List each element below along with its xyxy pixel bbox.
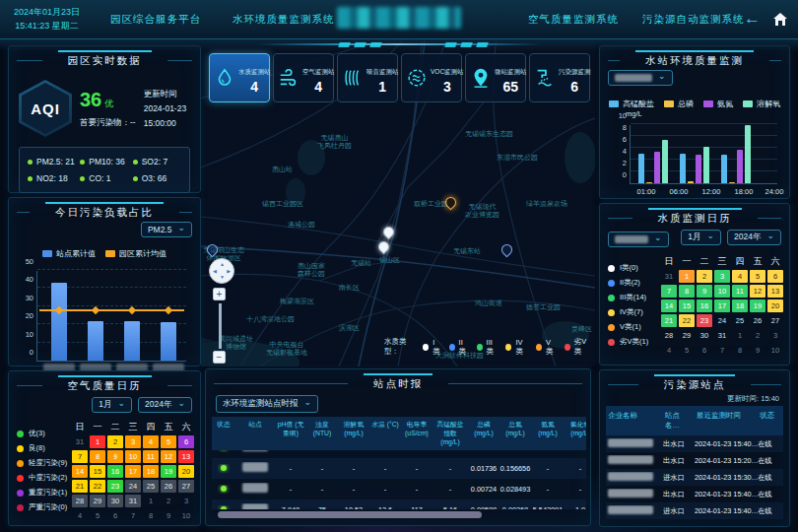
month-select[interactable]: 1月 (92, 397, 132, 413)
calendar-day[interactable]: 27 (767, 314, 783, 327)
calendar-day[interactable]: 8 (679, 285, 695, 298)
calendar-day[interactable]: 16 (107, 465, 123, 478)
calendar-day[interactable]: 20 (178, 465, 194, 478)
calendar-day[interactable]: 24 (125, 480, 141, 493)
calendar-day[interactable]: 5 (750, 270, 765, 283)
bar[interactable] (737, 150, 743, 183)
calendar-day[interactable]: 7 (661, 285, 677, 298)
zoom-out-button[interactable]: − (213, 351, 226, 364)
calendar-day[interactable]: 3 (714, 270, 730, 283)
calendar-day[interactable]: 22 (679, 314, 695, 327)
calendar-day[interactable]: 9 (697, 285, 712, 298)
calendar-day[interactable]: 31 (661, 270, 677, 283)
calendar-day[interactable]: 9 (161, 509, 176, 522)
calendar-day[interactable]: 14 (72, 465, 88, 478)
calendar-day[interactable]: 21 (72, 480, 88, 493)
bar[interactable] (745, 125, 751, 183)
year-select[interactable]: 2024年 (727, 230, 781, 245)
calendar-day[interactable]: 7 (72, 450, 88, 463)
calendar-day[interactable]: 2 (161, 495, 176, 507)
bar[interactable] (654, 152, 660, 183)
calendar-day[interactable]: 5 (679, 344, 695, 357)
calendar-day[interactable]: 5 (161, 435, 176, 448)
calendar-day[interactable]: 17 (125, 465, 141, 478)
calendar-day[interactable]: 20 (767, 299, 783, 312)
back-icon[interactable]: ← (744, 8, 761, 30)
calendar-day[interactable]: 16 (697, 299, 712, 312)
calendar-day[interactable]: 28 (72, 495, 88, 507)
calendar-day[interactable]: 28 (661, 329, 677, 342)
nav-item-water-system[interactable]: 水环境质量监测系统 (233, 13, 335, 27)
calendar-day[interactable]: 3 (125, 435, 141, 448)
bar[interactable] (161, 322, 176, 361)
calendar-day[interactable]: 6 (107, 509, 123, 522)
calendar-day[interactable]: 23 (697, 314, 712, 327)
calendar-day[interactable]: 6 (697, 344, 712, 357)
calendar-day[interactable]: 10 (714, 285, 730, 298)
station-filter-button[interactable]: 空气监测站4 (273, 53, 334, 102)
calendar-day[interactable]: 2 (107, 435, 123, 448)
calendar-day[interactable]: 4 (732, 270, 748, 283)
calendar-day[interactable]: 2 (697, 270, 712, 283)
zoom-in-button[interactable]: + (213, 288, 226, 300)
calendar-day[interactable]: 10 (125, 450, 141, 463)
calendar-day[interactable]: 18 (732, 299, 748, 312)
horizontal-scrollbar[interactable] (218, 511, 482, 518)
nav-item-pollution-system[interactable]: 污染源自动监测系统 (642, 13, 745, 27)
calendar-day[interactable]: 19 (750, 299, 765, 312)
calendar-day[interactable]: 22 (90, 480, 105, 493)
calendar-day[interactable]: 23 (107, 480, 123, 493)
calendar-day[interactable]: 17 (714, 299, 730, 312)
home-icon[interactable] (772, 12, 788, 27)
year-select[interactable]: 2024年 (138, 397, 192, 413)
bar[interactable] (703, 147, 709, 183)
calendar-day[interactable]: 1 (143, 495, 159, 507)
calendar-day[interactable]: 19 (161, 465, 176, 478)
bar[interactable] (51, 283, 67, 361)
station-select[interactable] (608, 232, 669, 247)
bar[interactable] (688, 181, 694, 183)
calendar-day[interactable]: 10 (178, 509, 194, 522)
calendar-day[interactable]: 5 (90, 509, 105, 522)
station-filter-button[interactable]: 污染源监测6 (529, 53, 590, 102)
bar[interactable] (124, 321, 140, 361)
calendar-day[interactable]: 1 (90, 435, 105, 448)
calendar-day[interactable]: 29 (679, 329, 695, 342)
calendar-day[interactable]: 30 (697, 329, 712, 342)
calendar-day[interactable]: 6 (767, 270, 783, 283)
calendar-day[interactable]: 27 (178, 480, 194, 493)
station-filter-button[interactable]: 微站监测站65 (465, 53, 526, 102)
calendar-day[interactable]: 18 (143, 465, 159, 478)
bar[interactable] (88, 321, 103, 361)
station-filter-button[interactable]: 水质监测站4 (209, 53, 270, 102)
nav-item-air-system[interactable]: 空气质量监测系统 (528, 13, 619, 27)
calendar-day[interactable]: 6 (178, 435, 194, 448)
bar[interactable] (646, 182, 652, 184)
calendar-day[interactable]: 15 (679, 299, 695, 312)
calendar-day[interactable]: 4 (143, 435, 159, 448)
calendar-day[interactable]: 12 (161, 450, 176, 463)
pollutant-select[interactable]: PM2.5 (141, 222, 192, 237)
bar[interactable] (662, 140, 668, 183)
bar[interactable] (680, 154, 686, 183)
calendar-day[interactable]: 24 (714, 314, 730, 327)
calendar-day[interactable]: 11 (143, 450, 159, 463)
calendar-day[interactable]: 9 (750, 344, 765, 357)
calendar-day[interactable]: 15 (90, 465, 105, 478)
calendar-day[interactable]: 8 (90, 450, 105, 463)
station-filter-button[interactable]: VOC监测站3 (401, 53, 462, 102)
calendar-day[interactable]: 3 (767, 329, 783, 342)
calendar-day[interactable]: 1 (679, 270, 695, 283)
calendar-day[interactable]: 30 (107, 495, 123, 507)
calendar-day[interactable]: 7 (125, 509, 141, 522)
calendar-day[interactable]: 31 (72, 435, 88, 448)
map-pan-control[interactable]: ▲▼ ◀▶ (209, 258, 234, 284)
calendar-day[interactable]: 13 (178, 450, 194, 463)
calendar-day[interactable]: 11 (732, 285, 748, 298)
calendar-day[interactable]: 8 (732, 344, 748, 357)
calendar-day[interactable]: 29 (90, 495, 105, 507)
calendar-day[interactable]: 26 (161, 480, 176, 493)
calendar-day[interactable]: 25 (143, 480, 159, 493)
calendar-day[interactable]: 10 (767, 344, 783, 357)
calendar-day[interactable]: 21 (661, 314, 677, 327)
